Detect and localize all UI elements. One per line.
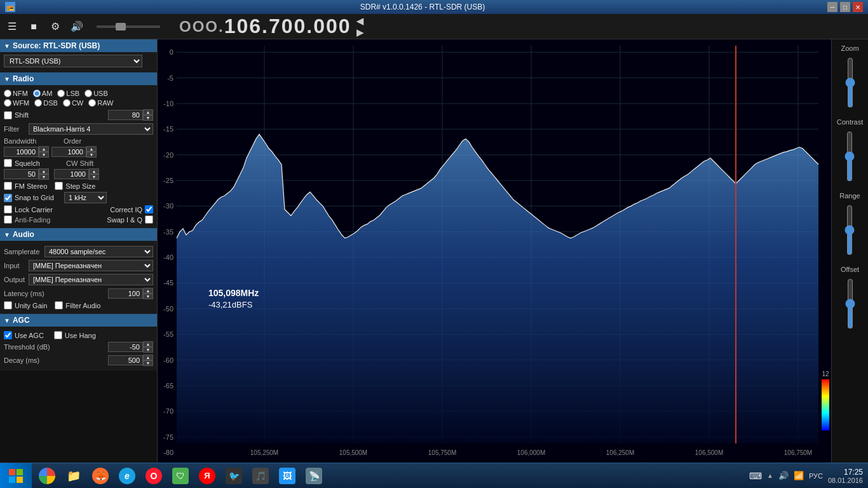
taskbar-app-firefox[interactable]: 🦊 [88, 464, 113, 488]
taskbar-app-ie[interactable]: e [114, 464, 140, 488]
svg-text:12: 12 [822, 370, 829, 377]
taskbar-app-gallery[interactable]: 🖼 [275, 464, 300, 488]
fm-stereo-checkbox[interactable] [4, 182, 12, 190]
correct-iq-checkbox[interactable] [145, 205, 153, 214]
filter-audio-checkbox[interactable] [55, 301, 63, 309]
snap-to-grid-checkbox[interactable] [4, 194, 12, 202]
freq-value: 106.700.000 [224, 15, 351, 38]
lock-carrier-checkbox[interactable] [4, 205, 12, 214]
taskbar-app-media[interactable]: 🎵 [248, 464, 273, 488]
keyboard-icon: ⌨ [749, 471, 762, 481]
samplerate-select[interactable]: 48000 sample/sec [44, 246, 153, 257]
settings-icon[interactable]: ⚙ [48, 20, 62, 34]
menu-icon[interactable]: ☰ [5, 20, 19, 34]
squelch-checkbox[interactable] [4, 159, 12, 167]
squelch-cwshift-labels: Squelch CW Shift [4, 159, 153, 167]
mode-wfm[interactable]: WFM [4, 99, 29, 107]
taskbar-app-chrome[interactable] [34, 464, 60, 488]
latency-input[interactable]: ▲ ▼ [108, 288, 153, 299]
taskbar-app-explorer[interactable]: 📁 [61, 464, 86, 488]
cwshift-down[interactable]: ▼ [89, 174, 99, 180]
source-device-select[interactable]: RTL-SDR (USB) [4, 55, 142, 67]
start-button[interactable] [0, 463, 32, 489]
network-icon[interactable]: 📶 [794, 471, 804, 480]
svg-text:106,000M: 106,000M [517, 449, 545, 456]
decay-down[interactable]: ▼ [143, 360, 153, 366]
bw-order-labels: Bandwidth Order [4, 137, 153, 145]
order-up[interactable]: ▲ [86, 146, 97, 152]
mode-nfm[interactable]: NFM [4, 90, 28, 97]
source-section-header[interactable]: ▼ Source: RTL-SDR (USB) [0, 39, 157, 52]
threshold-input[interactable]: ▲ ▼ [108, 341, 153, 353]
bw-down[interactable]: ▼ [39, 152, 49, 158]
threshold-up[interactable]: ▲ [143, 341, 153, 347]
anti-fading-checkbox[interactable] [4, 215, 12, 224]
shift-checkbox[interactable] [4, 111, 12, 119]
agc-section-header[interactable]: ▼ AGC [0, 314, 157, 327]
minimize-button[interactable]: ─ [827, 2, 837, 12]
filter-label: Filter [4, 125, 26, 133]
use-hang-checkbox[interactable] [54, 331, 62, 339]
order-input[interactable]: ▲ ▼ [51, 146, 97, 158]
filter-select[interactable]: Blackman-Harris 4 Hamming Hann [29, 123, 153, 135]
shift-up[interactable]: ▲ [143, 109, 153, 115]
squelch-down[interactable]: ▼ [39, 174, 49, 180]
shift-down[interactable]: ▼ [143, 115, 153, 121]
mode-raw[interactable]: RAW [88, 99, 113, 107]
freq-down-arrow[interactable]: ▶ [356, 27, 365, 37]
language-label[interactable]: РУС [809, 472, 823, 480]
mode-am[interactable]: AM [33, 90, 53, 97]
taskbar-clock[interactable]: 17:25 08.01.2016 [828, 468, 863, 484]
decay-up[interactable]: ▲ [143, 355, 153, 360]
maximize-button[interactable]: □ [840, 2, 850, 12]
taskbar-app-sdr[interactable]: 📡 [301, 464, 327, 488]
latency-down[interactable]: ▼ [143, 294, 153, 299]
squelch-input[interactable]: ▲ ▼ [4, 168, 49, 180]
stop-button[interactable]: ■ [27, 20, 41, 34]
audio-section-header[interactable]: ▼ Audio [0, 228, 157, 241]
zoom-slider[interactable] [844, 57, 857, 108]
svg-rect-54 [9, 469, 15, 475]
svg-text:-15: -15 [163, 125, 173, 133]
svg-rect-52 [822, 379, 829, 431]
unity-gain-checkbox[interactable] [4, 301, 12, 309]
tray-arrow[interactable]: ▲ [767, 472, 773, 479]
snap-value-select[interactable]: 1 kHz 5 kHz 10 kHz 25 kHz 100 kHz [64, 192, 107, 203]
svg-text:-60: -60 [163, 356, 173, 364]
shift-input[interactable]: ▲ ▼ [108, 109, 153, 121]
taskbar-app-bird[interactable]: 🐦 [221, 464, 247, 488]
mode-usb[interactable]: USB [85, 90, 108, 97]
output-select[interactable]: [MME] Переназначен [29, 274, 153, 285]
audio-icon[interactable]: 🔊 [70, 20, 84, 34]
taskbar-app-security[interactable]: 🛡 [168, 464, 193, 488]
radio-section-body: NFM AM LSB USB [0, 85, 157, 228]
threshold-down[interactable]: ▼ [143, 347, 153, 353]
swap-iq-checkbox[interactable] [145, 215, 153, 224]
input-select[interactable]: [MME] Переназначен [29, 260, 153, 271]
radio-section-header[interactable]: ▼ Radio [0, 72, 157, 85]
bw-up[interactable]: ▲ [39, 146, 49, 152]
order-down[interactable]: ▼ [86, 152, 97, 158]
bandwidth-input[interactable]: ▲ ▼ [4, 146, 49, 158]
latency-up[interactable]: ▲ [143, 288, 153, 294]
range-slider[interactable] [843, 205, 856, 255]
freq-up-arrow[interactable]: ◀ [356, 16, 365, 26]
use-agc-checkbox[interactable] [4, 331, 12, 339]
squelch-up[interactable]: ▲ [39, 168, 49, 174]
step-size-checkbox[interactable] [55, 182, 63, 190]
contrast-slider[interactable] [843, 131, 856, 182]
svg-text:105,250M: 105,250M [250, 449, 278, 456]
volume-icon[interactable]: 🔊 [778, 471, 789, 480]
mode-cw[interactable]: CW [63, 99, 83, 107]
agc-section-body: Use AGC Use Hang Threshold (dB) ▲ ▼ [0, 327, 157, 370]
cwshift-up[interactable]: ▲ [89, 168, 99, 174]
mode-dsb[interactable]: DSB [34, 99, 58, 107]
close-button[interactable]: ✕ [853, 2, 863, 12]
clock-date: 08.01.2016 [828, 477, 863, 484]
taskbar-app-yandex[interactable]: Я [194, 464, 220, 488]
decay-input[interactable]: ▲ ▼ [108, 355, 153, 366]
cw-shift-input[interactable]: ▲ ▼ [54, 168, 99, 180]
offset-slider[interactable] [844, 278, 857, 329]
taskbar-app-opera[interactable]: O [141, 464, 166, 488]
mode-lsb[interactable]: LSB [57, 90, 79, 97]
